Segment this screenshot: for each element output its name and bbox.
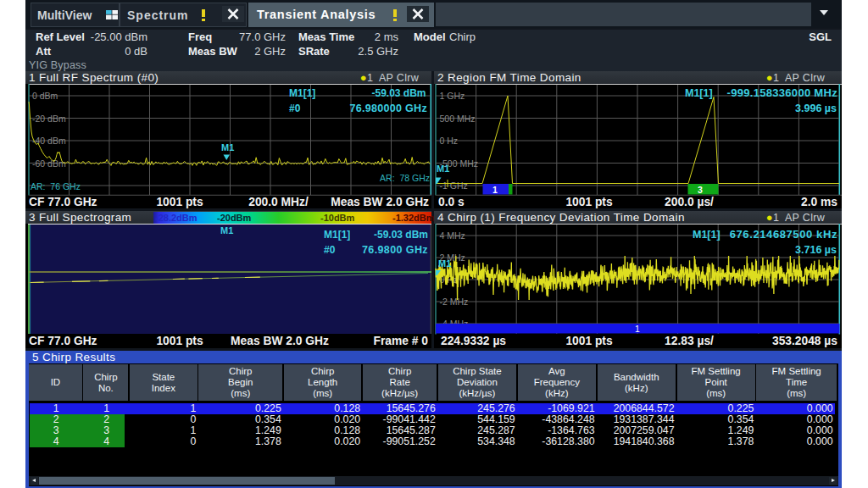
svg-text:AR: 76 GHz: AR: 76 GHz <box>31 181 81 191</box>
svg-text:76.980000 GHz: 76.980000 GHz <box>350 103 427 114</box>
svg-text:676.214687500 kHz: 676.214687500 kHz <box>730 228 837 241</box>
svg-text:4 MHz: 4 MHz <box>440 230 465 241</box>
svg-text:-999.158336000 MHz: -999.158336000 MHz <box>727 86 838 99</box>
svg-text:1 GHz: 1 GHz <box>440 91 465 101</box>
svg-text:-2 MHz: -2 MHz <box>440 297 469 307</box>
svg-text:1: 1 <box>635 324 640 334</box>
svg-text:-1 GHz: -1 GHz <box>440 180 468 191</box>
svg-text:76.9800 GHz: 76.9800 GHz <box>362 244 428 256</box>
svg-text:3: 3 <box>698 185 703 195</box>
svg-text:M1: M1 <box>438 258 451 269</box>
svg-text:0 dBm: 0 dBm <box>32 91 58 101</box>
svg-text:M1[1]: M1[1] <box>324 229 350 241</box>
svg-text:M1: M1 <box>437 164 449 174</box>
svg-text:3.716 µs: 3.716 µs <box>795 244 837 256</box>
svg-text:#0: #0 <box>324 244 336 256</box>
svg-text:AR: 78 GHz: AR: 78 GHz <box>380 173 430 183</box>
svg-text:#0: #0 <box>289 103 301 114</box>
svg-text:M1[1]: M1[1] <box>693 229 721 241</box>
svg-text:M1: M1 <box>221 142 234 152</box>
svg-text:1: 1 <box>492 185 498 195</box>
svg-text:-59.03 dBm: -59.03 dBm <box>374 229 428 241</box>
svg-text:M1[1]: M1[1] <box>289 87 315 99</box>
svg-text:500 MHz: 500 MHz <box>440 114 476 124</box>
svg-text:-59.03 dBm: -59.03 dBm <box>371 87 426 99</box>
svg-text:3.996 µs: 3.996 µs <box>795 103 837 114</box>
svg-text:M1: M1 <box>220 225 233 236</box>
svg-text:0 Hz: 0 Hz <box>440 136 459 146</box>
svg-text:M1[1]: M1[1] <box>685 87 713 99</box>
svg-text:-20 dBm: -20 dBm <box>32 114 66 124</box>
